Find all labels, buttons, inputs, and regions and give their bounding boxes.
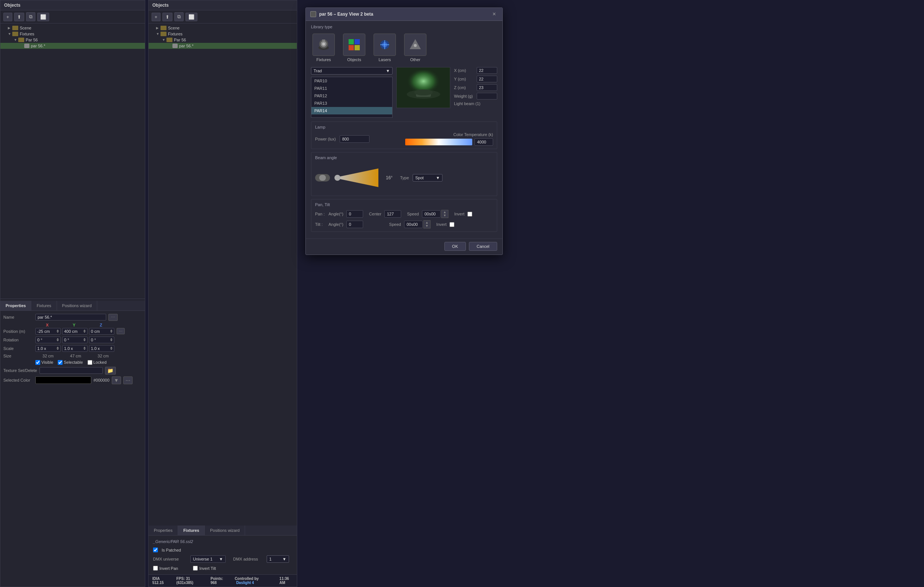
pan-angle-input[interactable] <box>346 210 363 218</box>
pan-speed-input[interactable] <box>422 210 441 218</box>
rotation-y-input[interactable]: 0 ° <box>62 337 87 343</box>
tab-positions-wizard[interactable]: Positions wizard <box>57 301 97 311</box>
power-input[interactable] <box>340 135 370 143</box>
lib-icon-lasers[interactable]: Lasers <box>372 32 398 63</box>
rot-y-down[interactable] <box>83 340 86 341</box>
tree-item-par56-fixture[interactable]: par 56.* <box>0 43 145 49</box>
tree-item-fixtures[interactable]: ▼ Fixtures <box>0 31 145 37</box>
pos-y-up[interactable] <box>83 329 86 331</box>
position-x-input[interactable]: -25 cm <box>35 328 61 335</box>
dmx-universe-dropdown[interactable]: Universe 1 ▼ <box>190 555 226 563</box>
gpu-value: IDIA 512.15 <box>152 577 164 585</box>
mid-copy-button[interactable]: ⧉ <box>174 12 183 21</box>
mid-tab-properties[interactable]: Properties <box>148 526 178 535</box>
move-button[interactable]: ⬆ <box>14 13 24 21</box>
mid-tree-par56-fixture[interactable]: par 56.* <box>148 43 297 49</box>
rot-x-up[interactable] <box>57 338 59 339</box>
texture-input[interactable] <box>40 367 103 374</box>
tree-item-par56-folder[interactable]: ▼ Par 56 <box>0 37 145 43</box>
is-patched-checkbox[interactable] <box>153 547 158 552</box>
tilt-speed-up[interactable]: ▲▼ <box>424 220 431 228</box>
tree-item-scene[interactable]: ▶ Scene <box>0 25 145 31</box>
beam-slider[interactable] <box>315 174 330 182</box>
scale-x-down[interactable] <box>57 349 59 350</box>
lib-icon-fixtures[interactable]: Fixtures <box>311 32 336 63</box>
y-coord-input[interactable] <box>477 76 497 83</box>
tilt-angle-input[interactable] <box>346 221 363 228</box>
copy-button[interactable]: ⧉ <box>26 12 35 21</box>
weight-input[interactable] <box>477 93 497 99</box>
mid-delete-button[interactable]: ⬜ <box>185 13 197 21</box>
add-object-button[interactable]: + <box>3 13 12 21</box>
mid-tree-scene[interactable]: ▶ Scene <box>148 25 297 31</box>
rot-z-up[interactable] <box>110 338 112 339</box>
x-coord-input[interactable] <box>477 67 497 74</box>
visible-checkbox[interactable] <box>35 360 40 365</box>
color-dropdown-button[interactable]: ▼ <box>112 377 121 384</box>
tilt-speed-input[interactable] <box>404 221 423 228</box>
position-y-input[interactable]: 400 cm <box>62 328 87 335</box>
tilt-invert-checkbox[interactable] <box>449 222 454 227</box>
color-action-button[interactable]: ⋯ <box>123 377 133 384</box>
ok-button[interactable]: OK <box>444 242 466 251</box>
texture-button[interactable]: 📁 <box>105 367 116 375</box>
mid-tree-par56-folder[interactable]: ▼ Par 56 <box>148 37 297 43</box>
invert-pan-checkbox[interactable] <box>153 566 158 570</box>
color-swatch[interactable] <box>35 377 91 384</box>
rotation-x-input[interactable]: 0 ° <box>35 337 61 343</box>
mid-tab-fixtures[interactable]: Fixtures <box>178 526 205 535</box>
position-action-button[interactable]: ⋯ <box>117 328 125 334</box>
pan-speed-up[interactable]: ▲▼ <box>441 210 449 218</box>
lib-icon-objects[interactable]: Objects <box>342 32 367 63</box>
list-item-par14[interactable]: PAR14 <box>311 107 392 114</box>
scale-y-down[interactable] <box>83 349 86 350</box>
z-coord-input[interactable] <box>477 84 497 91</box>
selectable-checkbox[interactable] <box>58 360 63 365</box>
beam-type-dropdown[interactable]: Spot ▼ <box>412 174 442 182</box>
mid-add-button[interactable]: + <box>152 13 160 21</box>
name-input[interactable] <box>35 314 106 321</box>
pos-z-up[interactable] <box>110 329 112 331</box>
dialog-body: Library type Fixtures <box>306 21 502 238</box>
mid-move-button[interactable]: ⬆ <box>162 13 172 21</box>
list-item-par11[interactable]: PAR11 <box>311 84 392 92</box>
pos-x-up[interactable] <box>57 329 59 331</box>
scale-x-input[interactable]: 1.0 x <box>35 345 61 352</box>
pos-x-down[interactable] <box>57 331 59 333</box>
position-inputs: -25 cm 400 cm 0 cm <box>35 328 114 335</box>
scale-x-up[interactable] <box>57 347 59 348</box>
mid-tree-fixtures[interactable]: ▼ Fixtures <box>148 31 297 37</box>
tab-fixtures[interactable]: Fixtures <box>31 301 57 311</box>
rot-z-down[interactable] <box>110 340 112 341</box>
scale-z-down[interactable] <box>110 349 112 350</box>
tab-properties[interactable]: Properties <box>0 301 31 311</box>
pos-z-down[interactable] <box>110 331 112 333</box>
rotation-z-input[interactable]: 0 ° <box>89 337 114 343</box>
mid-tab-positions-wizard[interactable]: Positions wizard <box>205 526 245 535</box>
list-item-par13[interactable]: PAR13 <box>311 99 392 107</box>
name-action-button[interactable]: ⋯ <box>108 314 118 321</box>
pan-center-input[interactable] <box>384 210 401 218</box>
dialog-close-button[interactable]: × <box>490 11 498 18</box>
lib-icon-other[interactable]: Other <box>403 32 428 63</box>
list-item-par12[interactable]: PAR12 <box>311 92 392 99</box>
rot-x-value: 0 ° <box>37 338 43 342</box>
scale-z-up[interactable] <box>110 347 112 348</box>
cancel-button[interactable]: Cancel <box>469 242 497 251</box>
rot-x-down[interactable] <box>57 340 59 341</box>
rot-y-up[interactable] <box>83 338 86 339</box>
xyz-header: X Y Z <box>35 323 142 327</box>
list-item-par10[interactable]: PAR10 <box>311 77 392 84</box>
color-temp-input[interactable] <box>475 138 493 146</box>
scale-y-input[interactable]: 1.0 x <box>62 345 87 352</box>
delete-button[interactable]: ⬜ <box>37 13 49 21</box>
trad-dropdown[interactable]: Trad ▼ <box>311 67 393 74</box>
scale-z-input[interactable]: 1.0 x <box>89 345 114 352</box>
pos-y-down[interactable] <box>83 331 86 333</box>
scale-y-up[interactable] <box>83 347 86 348</box>
dmx-address-dropdown[interactable]: 1 ▼ <box>267 555 289 563</box>
pan-invert-checkbox[interactable] <box>467 212 472 217</box>
invert-tilt-checkbox[interactable] <box>193 566 198 570</box>
locked-checkbox[interactable] <box>87 360 92 365</box>
position-z-input[interactable]: 0 cm <box>89 328 114 335</box>
